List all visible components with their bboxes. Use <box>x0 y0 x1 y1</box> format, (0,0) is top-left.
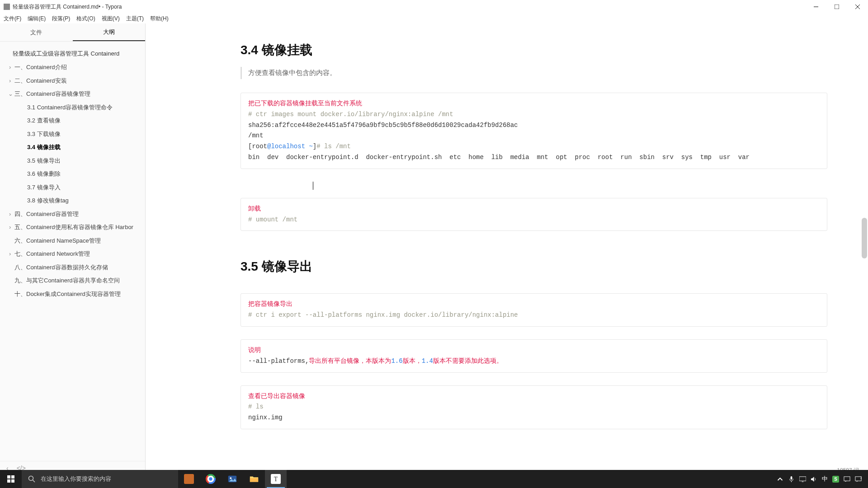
code-line: bin dev docker-entrypoint.d docker-entry… <box>248 154 750 161</box>
outline-item[interactable]: 3.7 镜像导入 <box>17 181 141 194</box>
minimize-button[interactable] <box>806 0 826 14</box>
system-tray: 中 S 2 <box>770 470 868 488</box>
title-bar: 轻量级容器管理工具 Containerd.md• - Typora <box>0 0 868 14</box>
tray-ime[interactable]: 中 <box>822 475 828 483</box>
sidebar-tabs: 文件 大纲 <box>0 23 145 42</box>
maximize-button[interactable] <box>826 0 847 14</box>
outline-item[interactable]: 六、Containerd NameSpace管理 <box>5 234 141 248</box>
code-line: /mnt <box>248 132 264 139</box>
tray-volume-icon[interactable] <box>811 476 817 483</box>
svg-line-9 <box>33 480 35 483</box>
taskbar-search[interactable]: 在这里输入你要搜索的内容 <box>22 470 178 488</box>
outline-item[interactable]: 五、Containerd使用私有容器镜像仓库 Harbor <box>5 221 141 234</box>
code-line: 查看已导出容器镜像 <box>248 393 305 400</box>
code-export-note: 说明 --all-platforms,导出所有平台镜像，本版本为1.6版本，1.… <box>241 339 827 373</box>
outline: 轻量级或工业级容器管理工具 Containerd 一、Containerd介绍二… <box>0 42 145 461</box>
tray-notifications-icon[interactable] <box>844 476 850 483</box>
heading-3-4: 3.4 镜像挂载 <box>241 42 827 59</box>
search-icon <box>28 475 35 483</box>
taskbar-app-pictures[interactable] <box>222 470 243 488</box>
taskbar-app-chrome[interactable] <box>200 470 222 488</box>
svg-text:2: 2 <box>860 476 862 479</box>
code-line: 把容器镜像导出 <box>248 300 292 308</box>
svg-rect-21 <box>791 476 793 479</box>
outline-item[interactable]: 3.3 下载镜像 <box>17 127 141 141</box>
svg-text:T: T <box>274 476 278 483</box>
outline-item[interactable]: 一、Containerd介绍 <box>5 61 141 74</box>
window-title: 轻量级容器管理工具 Containerd.md• - Typora <box>13 3 122 11</box>
outline-item[interactable]: 3.6 镜像删除 <box>17 167 141 181</box>
code-line: # umount /mnt <box>248 216 297 223</box>
outline-item[interactable]: 3.4 镜像挂载 <box>17 141 141 154</box>
svg-rect-27 <box>844 476 850 480</box>
code-line: 说明 <box>248 347 261 354</box>
heading-3-5: 3.5 镜像导出 <box>241 258 827 275</box>
code-line: [root@localhost ~]# ls /mnt <box>248 143 351 150</box>
scrollbar-thumb[interactable] <box>862 218 867 258</box>
outline-item[interactable]: 九、与其它Containerd容器共享命名空间 <box>5 274 141 287</box>
menu-file[interactable]: 文件(F) <box>4 15 21 23</box>
taskbar: 在这里输入你要搜索的内容 T 中 S 2 <box>0 470 868 488</box>
tray-sogou-icon[interactable]: S <box>832 476 839 483</box>
svg-text:S: S <box>834 476 837 481</box>
tab-outline[interactable]: 大纲 <box>73 23 146 41</box>
svg-rect-7 <box>11 479 14 483</box>
code-line: # ctr i export --all-platforms nginx.img… <box>248 311 518 319</box>
code-line: 卸载 <box>248 205 261 212</box>
search-placeholder: 在这里输入你要搜索的内容 <box>41 475 111 483</box>
code-mount: 把已下载的容器镜像挂载至当前文件系统 # ctr images mount do… <box>241 93 827 169</box>
tray-chevron-up-icon[interactable] <box>777 476 783 483</box>
text-cursor <box>313 182 313 190</box>
svg-point-15 <box>209 477 212 480</box>
code-line: nginx.img <box>248 414 283 421</box>
menu-edit[interactable]: 编辑(E) <box>28 15 46 23</box>
app-icon <box>4 4 10 10</box>
outline-item[interactable]: 十、Docker集成Containerd实现容器管理 <box>5 287 141 301</box>
code-line: # ls <box>248 403 264 410</box>
tray-display-icon[interactable] <box>799 476 806 483</box>
taskbar-apps: T <box>178 470 287 488</box>
svg-point-8 <box>29 476 33 481</box>
outline-item[interactable]: 3.8 修改镜像tag <box>17 194 141 207</box>
menu-theme[interactable]: 主题(T) <box>126 15 144 23</box>
outline-item[interactable]: 二、Containerd安装 <box>5 74 141 88</box>
outline-item[interactable]: 3.1 Containerd容器镜像管理命令 <box>17 101 141 114</box>
close-button[interactable] <box>847 0 868 14</box>
tray-mic-icon[interactable] <box>788 476 795 483</box>
outline-item[interactable]: 3.5 镜像导出 <box>17 154 141 168</box>
outline-item[interactable]: 三、Containerd容器镜像管理 <box>5 87 141 101</box>
taskbar-app-typora[interactable]: T <box>265 470 287 488</box>
window-controls <box>806 0 868 14</box>
svg-point-17 <box>230 477 232 479</box>
outline-item[interactable]: 3.2 查看镜像 <box>17 114 141 127</box>
menu-help[interactable]: 帮助(H) <box>150 15 169 23</box>
tab-file[interactable]: 文件 <box>0 23 73 41</box>
menu-format[interactable]: 格式(O) <box>76 15 95 23</box>
code-line: # ctr images mount docker.io/library/ngi… <box>248 111 453 118</box>
sidebar: 文件 大纲 轻量级或工业级容器管理工具 Containerd 一、Contain… <box>0 23 146 474</box>
outline-item[interactable]: 八、Containerd容器数据持久化存储 <box>5 261 141 274</box>
blockquote-3-4: 方便查看镜像中包含的内容。 <box>241 67 827 79</box>
code-line: --all-platforms,导出所有平台镜像，本版本为1.6版本，1.4版本… <box>248 357 503 365</box>
menu-paragraph[interactable]: 段落(P) <box>52 15 70 23</box>
svg-rect-10 <box>184 474 194 484</box>
taskbar-app-explorer[interactable] <box>243 470 265 488</box>
main: 文件 大纲 轻量级或工业级容器管理工具 Containerd 一、Contain… <box>0 23 868 474</box>
svg-rect-4 <box>7 475 10 479</box>
tray-action-center-icon[interactable]: 2 <box>855 476 862 483</box>
outline-item[interactable]: 四、Containerd容器管理 <box>5 207 141 221</box>
code-line: 把已下载的容器镜像挂载至当前文件系统 <box>248 100 362 107</box>
menu-view[interactable]: 视图(V) <box>102 15 120 23</box>
svg-rect-5 <box>11 475 14 479</box>
menu-bar: 文件(F) 编辑(E) 段落(P) 格式(O) 视图(V) 主题(T) 帮助(H… <box>0 14 868 23</box>
editor-content[interactable]: 3.4 镜像挂载 方便查看镜像中包含的内容。 把已下载的容器镜像挂载至当前文件系… <box>146 23 868 474</box>
outline-doc-title[interactable]: 轻量级或工业级容器管理工具 Containerd <box>5 47 141 61</box>
svg-rect-23 <box>799 476 806 480</box>
code-ls: 查看已导出容器镜像 # ls nginx.img <box>241 385 827 429</box>
taskbar-app-vscode[interactable] <box>178 470 200 488</box>
code-line: sha256:af2fcce448e2e4451a5f4796a9bf9cb5c… <box>248 122 518 129</box>
svg-rect-1 <box>835 5 839 9</box>
code-umount: 卸载 # umount /mnt <box>241 198 827 231</box>
outline-item[interactable]: 七、Containerd Network管理 <box>5 247 141 261</box>
start-button[interactable] <box>0 470 22 488</box>
